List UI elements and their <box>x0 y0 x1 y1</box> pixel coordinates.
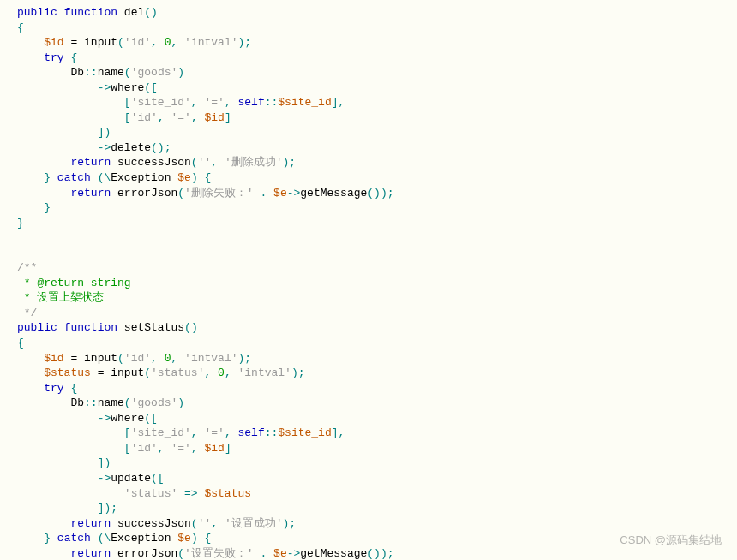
code-block: public function del() { $id = input('id'… <box>0 0 737 560</box>
fn-name: del <box>124 6 144 19</box>
keyword-function: function <box>64 6 117 19</box>
code-content: public function del() { $id = input('id'… <box>0 5 737 560</box>
keyword-catch: catch <box>51 171 98 184</box>
keyword-try: try <box>44 51 63 64</box>
fn-name-2: setStatus <box>124 321 184 334</box>
docblock-open: /** <box>17 261 37 274</box>
docblock-close: */ <box>17 307 37 319</box>
keyword-return: return <box>70 156 111 169</box>
var-id: $id <box>44 36 63 49</box>
var-status: $status <box>44 366 91 379</box>
docblock-return: * @return string <box>17 277 131 289</box>
keyword-public: public <box>17 6 57 19</box>
docblock-desc: * 设置上架状态 <box>17 291 104 304</box>
